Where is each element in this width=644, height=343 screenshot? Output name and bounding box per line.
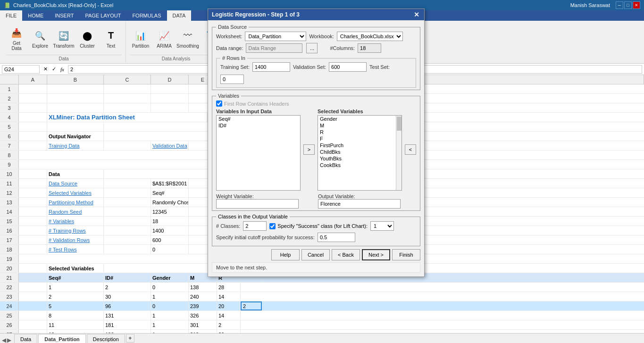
cell-d3[interactable] — [151, 103, 189, 112]
text-button[interactable]: T Text — [100, 27, 122, 50]
cell-b11[interactable]: Data Source — [47, 179, 104, 188]
cell-c1[interactable] — [104, 84, 151, 93]
cell-b16[interactable]: # Training Rows — [47, 226, 104, 235]
cell-d21[interactable]: Gender — [151, 273, 189, 282]
training-input[interactable] — [252, 62, 290, 72]
cancel-formula-icon[interactable]: ✕ — [42, 66, 49, 73]
cell-c23[interactable]: 30 — [104, 292, 151, 301]
cell-d14[interactable]: 12345 — [151, 207, 189, 216]
cell-b15[interactable]: # Variables — [47, 217, 104, 226]
output-input[interactable] — [318, 199, 401, 209]
cell-d23[interactable]: 1 — [151, 292, 189, 301]
col-d[interactable]: D — [151, 75, 189, 84]
finish-button[interactable]: Finish — [392, 249, 420, 260]
cell-a1[interactable] — [19, 84, 47, 93]
cell-g24[interactable]: 2 — [241, 301, 262, 310]
add-variable-button[interactable]: > — [303, 144, 315, 155]
cell-d24[interactable]: 0 — [151, 301, 189, 310]
list-item[interactable]: R — [318, 129, 401, 135]
list-item[interactable]: YouthBks — [318, 155, 401, 162]
cell-c3[interactable] — [104, 103, 151, 112]
cell-a5[interactable] — [19, 122, 47, 131]
cell-e25[interactable]: 326 — [189, 311, 217, 320]
col-a[interactable]: A — [19, 75, 47, 84]
cell-c21[interactable]: ID# — [104, 273, 151, 282]
cell-b20[interactable]: Selected Variables — [47, 264, 104, 273]
cell-c7[interactable] — [104, 141, 151, 150]
cell-title[interactable]: XLMiner: Data Partition Sheet — [47, 113, 208, 122]
first-row-header-checkbox[interactable] — [216, 100, 222, 107]
add-sheet-button[interactable]: + — [126, 334, 134, 343]
cell-a20[interactable] — [19, 264, 47, 273]
smoothing-button[interactable]: 〰 Smoothing — [177, 27, 199, 50]
cell-a4[interactable] — [19, 113, 47, 122]
cell-d25[interactable]: 1 — [151, 311, 189, 320]
scroll-tabs-right[interactable]: ▶ — [7, 337, 11, 343]
cell-b12[interactable]: Selected Variables — [47, 188, 104, 197]
specify-success-label[interactable]: Specify "Success" class (for Lift Chart)… — [269, 223, 368, 229]
num-classes-input[interactable] — [243, 221, 267, 231]
cell-d13[interactable]: Randomly Chosen — [151, 198, 189, 207]
cell-b14[interactable]: Random Seed — [47, 207, 104, 216]
tab-description[interactable]: Description — [87, 334, 125, 343]
cell-d26[interactable]: 1 — [151, 320, 189, 329]
cell-c12[interactable] — [104, 188, 151, 197]
cell-d18[interactable]: 0 — [151, 245, 189, 254]
cell-a12[interactable] — [19, 188, 47, 197]
cell-c17[interactable] — [104, 235, 151, 244]
cell-f22[interactable]: 28 — [217, 283, 241, 292]
cell-b5[interactable] — [47, 122, 104, 131]
transform-button[interactable]: 🔄 Transform — [53, 27, 75, 50]
cell-a22[interactable] — [19, 283, 47, 292]
cell-a13[interactable] — [19, 198, 47, 207]
list-item[interactable]: F — [318, 135, 401, 142]
list-item[interactable]: FirstPurch — [318, 142, 401, 149]
cell-e27[interactable]: 219 — [189, 330, 217, 333]
cutoff-input[interactable] — [318, 233, 355, 242]
test-input[interactable] — [220, 75, 244, 84]
tab-insert[interactable]: INSERT — [49, 10, 79, 21]
cell-b10[interactable]: Data — [47, 169, 104, 178]
arima-button[interactable]: 📈 ARIMA — [153, 27, 175, 50]
success-class-select[interactable]: 1 — [370, 221, 394, 231]
confirm-formula-icon[interactable]: ✓ — [50, 66, 58, 73]
cluster-button[interactable]: ⬤ Cluster — [76, 27, 98, 50]
cell-d15[interactable]: 18 — [151, 217, 189, 226]
cell-e23[interactable]: 240 — [189, 292, 217, 301]
cell-e24[interactable]: 239 — [189, 301, 217, 310]
list-item[interactable]: M — [318, 122, 401, 129]
col-b[interactable]: B — [47, 75, 104, 84]
workbook-select[interactable]: Charles_BookClub.xlsx — [337, 32, 403, 41]
cell-a7[interactable] — [19, 141, 47, 150]
get-data-button[interactable]: 📥 Get Data — [6, 24, 27, 52]
cell-b24[interactable]: 5 — [47, 301, 104, 310]
minimize-button[interactable]: ─ — [616, 1, 623, 9]
cell-c24[interactable]: 96 — [104, 301, 151, 310]
dialog-close-button[interactable]: ✕ — [413, 11, 420, 18]
cell-a24[interactable] — [19, 301, 47, 310]
cell-f27[interactable]: 32 — [217, 330, 241, 333]
remove-variable-button[interactable]: < — [405, 144, 416, 155]
next-button[interactable]: Next > — [362, 249, 390, 260]
insert-function-icon[interactable]: fx — [59, 66, 66, 73]
validation-data-link[interactable]: Validation Data — [151, 141, 189, 150]
cell-b13[interactable]: Partitioning Method — [47, 198, 104, 207]
cell-b25[interactable]: 8 — [47, 311, 104, 320]
cell-a23[interactable] — [19, 292, 47, 301]
cell-c11[interactable] — [104, 179, 151, 188]
cell-d27[interactable]: 1 — [151, 330, 189, 333]
cell-b23[interactable]: 2 — [47, 292, 104, 301]
cell-b2[interactable] — [47, 94, 104, 103]
back-button[interactable]: < Back — [332, 249, 360, 260]
cell-c26[interactable]: 181 — [104, 320, 151, 329]
weight-input[interactable] — [216, 199, 299, 209]
list-item[interactable]: Seq# — [217, 116, 300, 122]
cell-a25[interactable] — [19, 311, 47, 320]
tab-data[interactable]: DATA — [167, 10, 192, 21]
cell-a10[interactable] — [19, 169, 47, 178]
cell-c18[interactable] — [104, 245, 151, 254]
cell-b21[interactable]: Seq# — [47, 273, 104, 282]
cell-a26[interactable] — [19, 320, 47, 329]
cell-d17[interactable]: 600 — [151, 235, 189, 244]
data-range-input[interactable] — [246, 43, 302, 53]
